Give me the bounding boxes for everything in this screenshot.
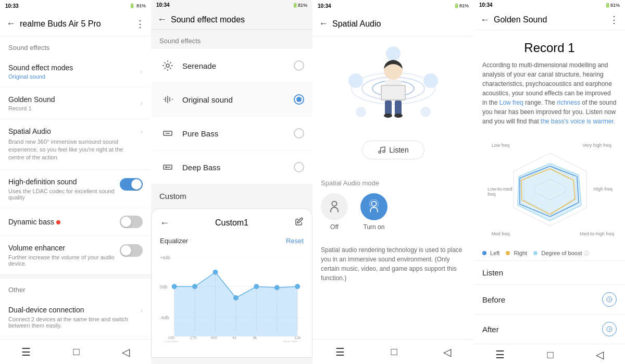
golden-sound-item[interactable]: Golden Sound Record 1 ›	[0, 87, 151, 119]
pure-bass-item[interactable]: Pure Bass	[151, 117, 312, 150]
deep-bass-item[interactable]: Deep Bass	[151, 150, 312, 184]
spatial-mode-label: Spatial Audio mode	[321, 179, 466, 187]
spatial-figure-svg	[341, 44, 445, 133]
svg-point-0	[166, 64, 169, 67]
serenade-item[interactable]: Serenade	[151, 49, 312, 83]
time-2: 10:34	[156, 2, 170, 8]
back-button-1[interactable]: ←	[6, 18, 16, 29]
spatial-image-area	[312, 36, 474, 141]
svg-text:Low-to-med: Low-to-med	[488, 186, 512, 192]
listen-button[interactable]: Listen	[362, 141, 424, 159]
svg-text:9k: 9k	[253, 335, 257, 340]
serenade-radio[interactable]	[294, 60, 304, 71]
page-title-2: Sound effect modes	[171, 15, 306, 24]
page-title-4: Golden Sound	[494, 15, 609, 24]
golden-sound-subtitle: Record 1	[8, 105, 140, 111]
time-3: 10:34	[318, 3, 331, 9]
spatial-mode-section: Spatial Audio mode Off Tu	[312, 174, 474, 239]
after-item: After	[474, 314, 625, 344]
more-button-4[interactable]: ⋮	[609, 14, 619, 26]
boost-dot	[533, 251, 538, 255]
after-play-btn[interactable]	[602, 322, 617, 336]
dynamic-bass-toggle[interactable]	[120, 216, 143, 228]
menu-icon-1[interactable]: ☰	[17, 342, 35, 362]
bottom-nav-3: ☰ □ ◁	[312, 339, 474, 364]
before-item: Before	[474, 284, 625, 314]
status-bar-4: 10:34 🔋81%	[474, 0, 625, 10]
toggle-thumb-3	[121, 245, 131, 256]
bass-voice-link: the bass's voice is warmer.	[541, 118, 615, 125]
battery-icon-2: 🔋81%	[292, 3, 307, 8]
back-button-3[interactable]: ←	[319, 18, 328, 29]
home-icon-1[interactable]: □	[69, 342, 83, 362]
deep-bass-radio[interactable]	[294, 162, 304, 172]
spatial-on-option[interactable]: Turn on	[360, 193, 388, 231]
legend-boost: Degree of boost ⓘ	[533, 250, 589, 257]
back-button-2[interactable]: ←	[157, 14, 167, 25]
eq-back-btn[interactable]: ←	[160, 218, 169, 229]
eq-edit-btn[interactable]	[294, 217, 304, 229]
spatial-audio-item[interactable]: Spatial Audio Brand new 360° immersive s…	[0, 119, 151, 169]
sound-effect-modes-item[interactable]: Sound effect modes Original sound ›	[0, 56, 151, 87]
panel-1: 10:33 🔋 81% ← realme Buds Air 5 Pro ⋮ So…	[0, 0, 151, 364]
legend-left: Left	[482, 250, 499, 257]
eq-panel: ← Custom1 Equalizer Reset +6db 0db -6db	[151, 208, 312, 358]
time-4: 10:34	[479, 2, 493, 8]
svg-point-44	[423, 73, 438, 88]
back-icon-1[interactable]: ◁	[118, 342, 134, 362]
spatial-audio-title: Spatial Audio	[8, 127, 140, 136]
dual-device-item[interactable]: Dual-device connection Connect 2 devices…	[0, 298, 151, 336]
spatial-off-option[interactable]: Off	[321, 193, 348, 231]
sound-effect-modes-subtitle: Original sound	[8, 73, 140, 80]
after-label: After	[482, 325, 499, 334]
low-freq-link: Low freq	[499, 99, 523, 106]
eq-label: Equalizer	[160, 237, 188, 245]
svg-text:400: 400	[210, 335, 218, 340]
home-icon-4[interactable]: □	[543, 345, 557, 365]
custom-label: Custom	[159, 192, 186, 200]
before-label: Before	[482, 295, 505, 304]
back-button-4[interactable]: ←	[480, 15, 490, 26]
home-icon-2[interactable]: □	[225, 359, 240, 365]
eq-chart: +6db 0db -6db	[160, 251, 304, 345]
before-play-btn[interactable]	[602, 292, 617, 307]
pure-bass-radio[interactable]	[294, 128, 304, 139]
svg-point-45	[386, 46, 401, 61]
spatial-on-label: Turn on	[364, 223, 385, 231]
volume-enhancer-item: Volume enhancer Further increase the vol…	[0, 236, 151, 274]
spatial-off-label: Off	[330, 223, 339, 231]
sound-modes-list: Serenade Original sound Pure Bass	[151, 49, 312, 184]
menu-icon-3[interactable]: ☰	[331, 342, 349, 362]
svg-text:0db: 0db	[160, 284, 168, 290]
home-icon-3[interactable]: □	[386, 342, 401, 362]
svg-text:4k: 4k	[232, 335, 236, 340]
radar-legend: Left Right Degree of boost ⓘ	[474, 247, 625, 260]
svg-text:Med-to-high freq: Med-to-high freq	[580, 231, 614, 236]
hd-sound-content: High-definition sound Uses the LDAC code…	[8, 177, 120, 200]
back-icon-3[interactable]: ◁	[439, 342, 455, 362]
chevron-icon-4: ›	[140, 306, 143, 315]
hd-sound-toggle[interactable]	[120, 178, 143, 191]
right-dot	[506, 251, 510, 255]
spatial-mode-options: Off Turn on	[321, 193, 466, 231]
more-button-1[interactable]: ⋮	[135, 18, 145, 30]
svg-point-77	[607, 297, 612, 302]
volume-enhancer-toggle[interactable]	[120, 244, 143, 257]
svg-text:100: 100	[168, 335, 175, 340]
svg-text:Very high freq: Very high freq	[582, 143, 611, 148]
menu-icon-2[interactable]: ☰	[170, 358, 188, 364]
menu-icon-4[interactable]: ☰	[491, 344, 509, 364]
volume-enhancer-title: Volume enhancer	[8, 243, 120, 253]
back-icon-4[interactable]: ◁	[592, 344, 608, 364]
svg-point-46	[356, 107, 366, 117]
original-sound-item[interactable]: Original sound	[151, 83, 312, 117]
eq-reset-btn[interactable]: Reset	[286, 237, 304, 245]
custom-section: Custom	[151, 184, 312, 208]
svg-point-24	[295, 284, 300, 289]
deep-bass-icon	[159, 159, 176, 175]
svg-text:170: 170	[190, 335, 197, 340]
bottom-nav-1: ☰ □ ◁	[0, 339, 151, 364]
original-sound-radio[interactable]	[294, 94, 304, 105]
back-icon-2[interactable]: ◁	[278, 358, 294, 364]
svg-rect-50	[385, 101, 392, 115]
